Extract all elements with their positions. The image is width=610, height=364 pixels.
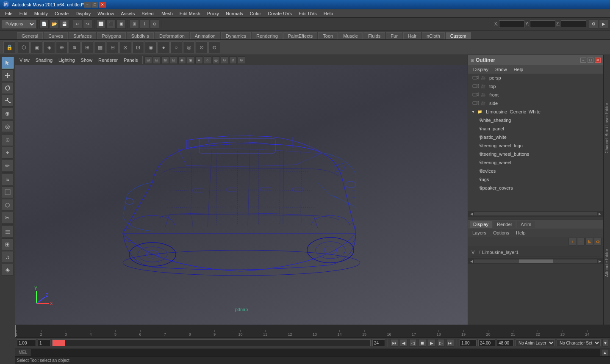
menu-item-color[interactable]: Color (247, 10, 264, 17)
timeline-marker[interactable]: 8 (189, 325, 191, 337)
outliner-item[interactable]: 🎥front (468, 91, 603, 99)
prev-frame-btn[interactable]: ◀ (400, 339, 408, 347)
soft-modification-btn[interactable]: ◎ (2, 120, 14, 132)
shelf-tab-general[interactable]: General (17, 32, 43, 39)
vp-menu-panels[interactable]: Panels (121, 57, 141, 63)
shelf-lock-icon[interactable]: 🔒 (3, 41, 15, 53)
viewport-canvas[interactable]: X Y Z pdnap (15, 65, 468, 325)
render-btn[interactable]: ▶ (599, 19, 608, 29)
frame-slider-thumb[interactable] (53, 340, 65, 346)
paint-selection-btn[interactable]: ✏ (2, 160, 14, 171)
menu-item-window[interactable]: Window (94, 10, 117, 17)
render-layers-btn[interactable]: ⊞ (2, 238, 14, 250)
scroll-left-btn[interactable]: ◀ (469, 212, 474, 216)
cb-sub-tab-help[interactable]: Help (513, 230, 528, 236)
cb-sort-btn[interactable]: ⇅ (585, 238, 593, 245)
cb-scroll-track[interactable] (474, 259, 597, 263)
shelf-tab-polygons[interactable]: Polygons (97, 32, 125, 39)
timeline-marker[interactable]: 23 (560, 325, 565, 337)
anim-start-field[interactable] (17, 339, 36, 346)
timeline-marker[interactable]: 14 (338, 325, 342, 337)
shelf-tab-fluids[interactable]: Fluids (363, 32, 385, 39)
cb-scroll-left[interactable]: ◀ (469, 259, 474, 263)
select-by-comp-btn[interactable]: ▣ (116, 19, 126, 29)
save-scene-btn[interactable]: 💾 (60, 19, 69, 29)
hypershade-btn[interactable]: ◈ (2, 264, 14, 276)
render-settings-btn[interactable]: ⚙ (589, 19, 598, 29)
cb-sub-tab-options[interactable]: Options (491, 230, 512, 236)
timeline-marker[interactable]: 3 (65, 325, 67, 337)
snap-to-curve-btn[interactable]: ⌇ (140, 19, 149, 29)
minimize-button[interactable]: − (84, 2, 91, 8)
cb-delete-layer-btn[interactable]: − (577, 238, 585, 245)
menu-item-modify[interactable]: Modify (31, 10, 51, 17)
timeline-marker[interactable]: 18 (437, 325, 441, 337)
timeline-marker[interactable]: 24 (585, 325, 590, 337)
redo-btn[interactable]: ↪ (83, 19, 92, 29)
anim-prefs-btn[interactable]: ▼ (602, 339, 608, 347)
anim-end-range[interactable] (478, 339, 495, 346)
cb-scroll-thumb[interactable] (519, 259, 553, 263)
shelf-tab-deformation[interactable]: Deformation (155, 32, 189, 39)
move-tool-btn[interactable] (2, 69, 14, 81)
z-input[interactable] (561, 20, 586, 28)
vp-icon-1[interactable]: ⊟ (153, 56, 161, 64)
rotate-tool-btn[interactable] (2, 82, 14, 94)
scroll-right-btn[interactable]: ▶ (597, 212, 602, 216)
shelf-tab-toon[interactable]: Toon (318, 32, 338, 39)
char-set-select[interactable]: No Character Set (557, 339, 601, 346)
outliner-item[interactable]: main_panel (468, 124, 603, 133)
timeline-ruler[interactable]: 123456789101112131415161718192021222324 (15, 325, 610, 337)
timeline-marker[interactable]: 2 (40, 325, 42, 337)
timeline-marker[interactable]: 17 (412, 325, 416, 337)
outliner-item[interactable]: steering_wheel (468, 158, 603, 167)
outliner-close-btn[interactable]: ✕ (595, 58, 601, 63)
extrude-btn[interactable]: ⬡ (2, 199, 14, 211)
shelf-icon-8[interactable]: ⊠ (119, 41, 131, 53)
play-back-btn[interactable]: ◁ (409, 339, 417, 347)
shelf-tab-ncloth[interactable]: nCloth (422, 32, 445, 39)
shelf-tab-curves[interactable]: Curves (44, 32, 68, 39)
anim-start-range[interactable] (460, 339, 477, 346)
menu-item-mesh[interactable]: Mesh (158, 10, 176, 17)
shelf-tab-animation[interactable]: Animation (190, 32, 220, 39)
close-button[interactable]: ✕ (99, 2, 106, 8)
shelf-icon-14[interactable]: ⊙ (196, 41, 208, 53)
new-scene-btn[interactable]: 📄 (39, 19, 49, 29)
shelf-icon-1[interactable]: ▣ (30, 41, 42, 53)
outliner-item[interactable]: 🎥top (468, 82, 603, 91)
outliner-item[interactable]: 🎥persp (468, 74, 603, 82)
menu-item-select[interactable]: Select (138, 10, 158, 17)
timeline-marker[interactable]: 19 (461, 325, 466, 337)
timeline-marker[interactable]: 20 (486, 325, 491, 337)
outliner-menu-display[interactable]: Display (470, 66, 492, 73)
menu-item-help[interactable]: Help (320, 10, 337, 17)
outliner-scroll-track[interactable] (474, 212, 597, 215)
outliner-item[interactable]: plastic_white (468, 133, 603, 141)
shelf-icon-15[interactable]: ⊚ (208, 41, 220, 53)
shelf-icon-9[interactable]: ⊡ (132, 41, 144, 53)
menu-item-edit[interactable]: Edit (16, 10, 31, 17)
frame-slider[interactable] (52, 339, 371, 346)
cut-faces-btn[interactable]: ✂ (2, 212, 14, 223)
scale-tool-btn[interactable] (2, 95, 14, 107)
outliner-item[interactable]: 🎥side (468, 99, 603, 108)
shelf-tab-muscle[interactable]: Muscle (338, 32, 363, 39)
select-by-hierarchy-btn[interactable]: ⬜ (96, 19, 105, 29)
anim-layer-select[interactable]: No Anim Layer (516, 339, 555, 346)
timeline-marker[interactable]: 15 (362, 325, 366, 337)
outliner-horizontal-scrollbar[interactable]: ◀ ▶ (468, 211, 603, 217)
snap-to-point-btn[interactable]: ⊙ (150, 19, 159, 29)
vp-menu-renderer[interactable]: Renderer (96, 57, 120, 63)
timeline-marker[interactable]: 5 (114, 325, 116, 337)
vp-icon-3[interactable]: ⊡ (170, 56, 177, 64)
undo-btn[interactable]: ↩ (73, 19, 82, 29)
vp-icon-5[interactable]: ◉ (187, 56, 194, 64)
shelf-icon-6[interactable]: ▦ (94, 41, 106, 53)
menu-item-create[interactable]: Create (51, 10, 72, 17)
shelf-icon-11[interactable]: ● (158, 41, 169, 53)
cb-scroll-right[interactable]: ▶ (597, 259, 602, 263)
shelf-icon-10[interactable]: ◉ (145, 41, 157, 53)
stop-btn[interactable]: ⏹ (419, 339, 426, 347)
timeline-marker[interactable]: 6 (139, 325, 141, 337)
